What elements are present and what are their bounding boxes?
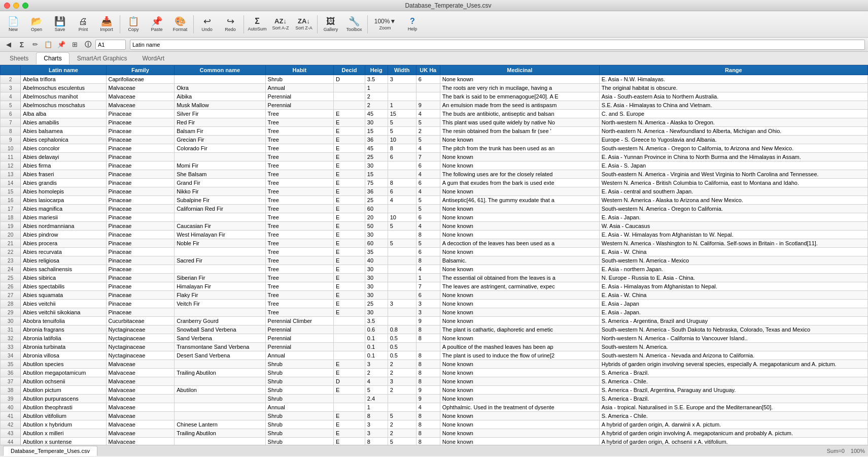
cell[interactable]: Abies amabilis — [21, 118, 106, 127]
cell[interactable]: Perennial — [265, 343, 334, 351]
cell[interactable]: Pinaceae — [106, 153, 175, 161]
cell[interactable]: 25 — [365, 300, 388, 308]
cell[interactable]: 0.6 — [365, 325, 388, 334]
cell[interactable]: Abelia triflora — [21, 75, 106, 84]
cell[interactable]: 50 — [365, 222, 388, 231]
cell[interactable]: Abies cephalonica — [21, 136, 106, 144]
cell[interactable]: Momi Fir — [175, 161, 265, 170]
cell[interactable]: 75 — [365, 179, 388, 187]
cell[interactable]: The roots are very rich in mucilage, hav… — [440, 84, 599, 92]
undo-button[interactable]: ↩ Undo — [196, 13, 218, 36]
cell[interactable]: South-eastern N. America - Virginia and … — [599, 170, 867, 179]
cell[interactable]: None known — [440, 377, 599, 386]
cell[interactable]: 8 — [416, 325, 440, 334]
table-row[interactable]: 36Abutilon megapotamicumMalvaceaeTrailin… — [1, 369, 868, 377]
cell[interactable]: Perennial — [265, 334, 334, 343]
cell[interactable]: 40 — [365, 256, 388, 265]
col-header-f[interactable]: Heig — [365, 66, 388, 75]
cell[interactable]: Tree — [265, 239, 334, 248]
cell[interactable]: Abies sachalinensis — [21, 265, 106, 274]
cell[interactable]: Pinaceae — [106, 161, 175, 170]
cell[interactable]: Tree — [265, 136, 334, 144]
cell[interactable]: Abutilon x hybridum — [21, 420, 106, 429]
table-row[interactable]: 2Abelia trifloraCaprifoliaceaeShrubD3.53… — [1, 75, 868, 84]
cell[interactable] — [334, 403, 365, 412]
cell[interactable]: 30 — [365, 231, 388, 239]
cell[interactable]: The essential oil obtained from the leav… — [440, 274, 599, 282]
cell[interactable]: W. Asia - Caucasus — [599, 222, 867, 231]
cell[interactable]: D — [334, 75, 365, 84]
cell[interactable]: Pinaceae — [106, 256, 175, 265]
cell[interactable]: Cucurbitaceae — [106, 317, 175, 325]
table-row[interactable]: 42Abutilon x hybridumMalvaceaeChinese La… — [1, 420, 868, 429]
cell[interactable]: Abies spectabilis — [21, 282, 106, 291]
cell[interactable]: A hybrid of garden origin, A. darwinii x… — [599, 420, 867, 429]
cell[interactable]: A hybrid of garden origin, A. ochsenii x… — [599, 438, 867, 445]
cell[interactable]: Abies magnifica — [21, 205, 106, 213]
format-button[interactable]: 🎨 Format — [169, 13, 191, 36]
cell[interactable]: 45 — [365, 110, 388, 118]
cell[interactable] — [388, 317, 416, 325]
cell[interactable]: D — [334, 377, 365, 386]
cell[interactable]: Grecian Fir — [175, 136, 265, 144]
cell[interactable]: None known — [440, 308, 599, 317]
cell[interactable]: Pinaceae — [106, 265, 175, 274]
cell[interactable]: Perennial — [265, 101, 334, 110]
cell[interactable]: E — [334, 386, 365, 395]
table-row[interactable]: 31Abronia fragransNyctaginaceaeSnowball … — [1, 325, 868, 334]
cell[interactable]: None known — [440, 317, 599, 325]
cell[interactable]: Abutilon — [175, 386, 265, 395]
cell[interactable]: Malvaceae — [106, 429, 175, 438]
cell[interactable]: Snowball Sand Verbena — [175, 325, 265, 334]
table-row[interactable]: 32Abronia latifoliaNyctaginaceaeSand Ver… — [1, 334, 868, 343]
cell[interactable]: 36 — [365, 187, 388, 196]
cell[interactable]: Abutilon x suntense — [21, 438, 106, 445]
cell[interactable] — [175, 377, 265, 386]
cell[interactable]: S. America - Brazil. — [599, 395, 867, 403]
cell[interactable]: E — [334, 213, 365, 222]
cell[interactable] — [175, 412, 265, 420]
cell[interactable]: 30 — [365, 274, 388, 282]
formula-info-button[interactable]: ⓘ — [82, 39, 93, 50]
cell[interactable]: 60 — [365, 239, 388, 248]
cell[interactable]: S. America - Chile. — [599, 412, 867, 420]
cell[interactable]: Tree — [265, 265, 334, 274]
cell[interactable]: None known — [440, 369, 599, 377]
col-header-a[interactable]: Latin name — [21, 66, 106, 75]
cell[interactable]: E. Asia - northern Japan. — [599, 265, 867, 274]
paste-button[interactable]: 📌 Paste — [146, 13, 168, 36]
table-row[interactable]: 26Abies spectabilisPinaceaeHimalayan Fir… — [1, 282, 868, 291]
cell[interactable]: 60 — [365, 205, 388, 213]
cell[interactable]: E. Asia - Yunnan Province in China to No… — [599, 153, 867, 161]
cell[interactable]: Abutilon vitifolium — [21, 412, 106, 420]
cell[interactable]: E — [334, 412, 365, 420]
cell[interactable]: Abies veitchii — [21, 300, 106, 308]
cell[interactable]: 15 — [365, 170, 388, 179]
cell[interactable]: E — [334, 282, 365, 291]
cell[interactable]: North-eastern N. America - Newfoundland … — [599, 127, 867, 136]
cell[interactable]: 5 — [416, 196, 440, 205]
cell[interactable] — [175, 248, 265, 256]
cell[interactable] — [388, 395, 416, 403]
cell[interactable]: 2 — [365, 369, 388, 377]
cell[interactable]: 15 — [365, 127, 388, 136]
cell[interactable]: E — [334, 222, 365, 231]
new-button[interactable]: 📄 New — [2, 13, 24, 36]
table-row[interactable]: 39Abutilon purpurascensMalvaceaeShrub2.4… — [1, 395, 868, 403]
cell[interactable]: 8 — [416, 351, 440, 360]
cell[interactable]: 0.8 — [388, 325, 416, 334]
table-row[interactable]: 37Abutilon ochseniiMalvaceaeShrubD438Non… — [1, 377, 868, 386]
cell[interactable]: Abies concolor — [21, 144, 106, 153]
cell[interactable]: 6 — [416, 291, 440, 300]
cell[interactable]: 8 — [416, 369, 440, 377]
cell[interactable]: Tree — [265, 205, 334, 213]
cell[interactable] — [388, 170, 416, 179]
col-header-h[interactable]: UK Ha — [416, 66, 440, 75]
cell[interactable]: None known — [440, 222, 599, 231]
cell[interactable]: Tree — [265, 179, 334, 187]
cell[interactable] — [388, 248, 416, 256]
cell[interactable]: Sacred Fir — [175, 256, 265, 265]
cell[interactable]: South-western N. America - Mexico — [599, 256, 867, 265]
cell[interactable]: Abutilon x milleri — [21, 429, 106, 438]
help-button[interactable]: ? Help — [401, 13, 424, 36]
